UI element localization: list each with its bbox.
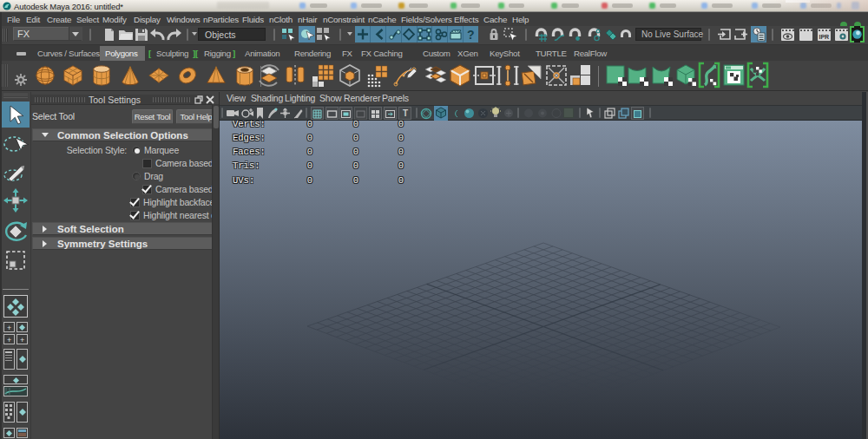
svg-text:IPR: IPR: [819, 34, 830, 40]
svg-text:?: ?: [467, 28, 475, 42]
